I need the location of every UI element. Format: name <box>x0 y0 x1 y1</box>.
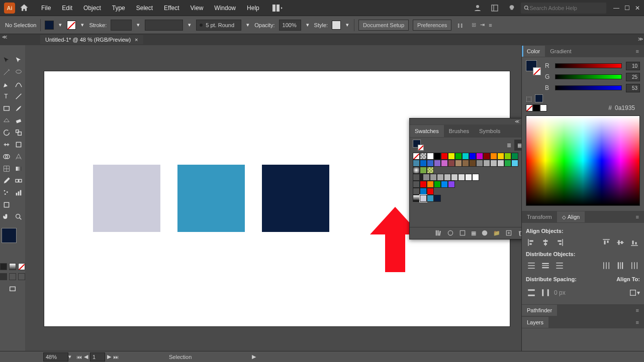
menu-edit[interactable]: Edit <box>57 3 77 14</box>
r-slider[interactable] <box>555 63 622 68</box>
swatch[interactable] <box>448 160 455 167</box>
tab-swatches[interactable]: Swatches <box>410 125 444 137</box>
eraser-tool[interactable] <box>13 114 25 127</box>
blend-tool[interactable] <box>13 175 25 187</box>
status-menu-icon[interactable]: ▶ <box>252 353 256 360</box>
draw-behind-icon[interactable] <box>9 273 16 280</box>
swatch[interactable] <box>483 153 490 160</box>
swatch[interactable] <box>497 160 504 167</box>
close-tab-icon[interactable]: × <box>135 37 138 43</box>
r-value[interactable]: 10 <box>626 62 640 70</box>
b-value[interactable]: 53 <box>626 84 640 92</box>
panel-menu-icon[interactable]: ≡ <box>489 22 492 28</box>
cube-icon[interactable]: ⬚ <box>526 95 532 102</box>
swatch[interactable] <box>413 167 420 174</box>
rotate-tool[interactable] <box>1 127 13 139</box>
swatch[interactable] <box>462 153 469 160</box>
align-top-button[interactable] <box>601 237 612 248</box>
none-mode-icon[interactable] <box>18 263 25 270</box>
stroke-profile-field[interactable] <box>145 20 183 31</box>
collapse-right-icon[interactable]: ≫ <box>638 36 643 42</box>
swatch[interactable] <box>427 153 434 160</box>
swatch-library-icon[interactable] <box>435 229 442 237</box>
dist-vcenter-button[interactable] <box>540 260 551 271</box>
new-swatch-icon[interactable] <box>505 229 512 237</box>
color-stroke-indicator[interactable] <box>533 67 541 75</box>
swatch[interactable] <box>444 174 451 181</box>
current-color-swatch[interactable] <box>535 94 543 102</box>
align-right-button[interactable] <box>554 237 565 248</box>
swatch[interactable] <box>423 174 430 181</box>
color-group-icon[interactable]: ▦ <box>471 230 476 236</box>
swatch-stroke-indicator[interactable] <box>418 145 424 151</box>
white-swatch[interactable] <box>540 104 547 111</box>
menu-effect[interactable]: Effect <box>159 3 184 14</box>
swatch[interactable] <box>427 195 434 202</box>
color-mode-icon[interactable] <box>0 263 7 270</box>
swatch[interactable] <box>413 153 420 160</box>
dist-right-button[interactable] <box>629 260 640 271</box>
opacity-field[interactable]: 100% <box>279 20 301 31</box>
swatch[interactable] <box>511 160 518 167</box>
grid-view-icon[interactable]: ▦ <box>514 140 521 151</box>
swatch[interactable] <box>455 153 462 160</box>
swatch[interactable] <box>448 153 455 160</box>
new-folder-icon[interactable]: 📁 <box>493 230 500 236</box>
symbol-sprayer-tool[interactable] <box>1 187 13 199</box>
swatch[interactable] <box>441 153 448 160</box>
menu-view[interactable]: View <box>186 3 209 14</box>
home-icon[interactable] <box>19 3 29 13</box>
swatch[interactable] <box>437 174 444 181</box>
edit-color-icon[interactable] <box>481 229 488 237</box>
hex-field[interactable]: 0a1935 <box>615 104 640 111</box>
search-box[interactable] <box>521 3 606 14</box>
nav-last-icon[interactable]: ⏭ <box>113 354 119 360</box>
swatch[interactable] <box>490 153 497 160</box>
swatch-options-icon[interactable] <box>459 229 466 237</box>
type-tool[interactable]: T <box>1 90 13 102</box>
swatch[interactable] <box>413 160 420 167</box>
swatch[interactable] <box>434 181 441 188</box>
swatch[interactable] <box>504 153 511 160</box>
document-tab[interactable]: Untitled-1* @ 48 % (RGB/Preview) × <box>40 35 143 44</box>
dist-left-button[interactable] <box>601 260 612 271</box>
collapse-left-icon[interactable]: ≪ <box>0 34 9 42</box>
align-vcenter-button[interactable] <box>615 237 626 248</box>
swatch[interactable] <box>434 160 441 167</box>
fill-stroke-indicator[interactable] <box>2 228 24 250</box>
swatches-menu-icon[interactable]: ≡ <box>517 128 521 134</box>
menu-type[interactable]: Type <box>107 3 130 14</box>
pathfinder-menu-icon[interactable]: ≡ <box>631 305 644 316</box>
swatch[interactable] <box>427 181 434 188</box>
stroke-swatch[interactable] <box>67 21 76 30</box>
shaper-tool[interactable] <box>1 114 13 127</box>
document-setup-button[interactable]: Document Setup <box>358 20 409 31</box>
curvature-tool[interactable] <box>13 78 25 90</box>
free-transform-tool[interactable] <box>13 139 25 151</box>
pen-tool[interactable] <box>1 78 13 90</box>
transform-icon[interactable]: ⊞ <box>472 22 476 28</box>
dist-hcenter-button[interactable] <box>615 260 626 271</box>
isolate-icon[interactable]: ⇥ <box>480 22 485 28</box>
align-hcenter-button[interactable] <box>540 237 551 248</box>
align-left-button[interactable] <box>526 237 537 248</box>
artboard-number-field[interactable]: 1 <box>90 352 105 361</box>
draw-inside-icon[interactable] <box>18 273 25 280</box>
list-view-icon[interactable]: ≣ <box>503 140 514 151</box>
swatch[interactable] <box>427 188 434 195</box>
swatch[interactable] <box>427 160 434 167</box>
magic-wand-tool[interactable] <box>1 66 13 78</box>
swatch[interactable] <box>451 174 458 181</box>
hand-tool[interactable] <box>1 211 13 223</box>
swatch[interactable] <box>497 153 504 160</box>
swatch[interactable] <box>420 167 427 174</box>
tab-brushes[interactable]: Brushes <box>444 125 474 137</box>
delete-swatch-icon[interactable] <box>517 229 521 237</box>
dist-vspace-button[interactable] <box>526 287 537 298</box>
nav-first-icon[interactable]: ⏮ <box>76 354 82 360</box>
swatch[interactable] <box>490 160 497 167</box>
swatch[interactable] <box>430 174 437 181</box>
align-menu-icon[interactable]: ≡ <box>631 211 644 222</box>
preferences-button[interactable]: Preferences <box>413 20 451 31</box>
color-menu-icon[interactable]: ≡ <box>631 46 644 57</box>
